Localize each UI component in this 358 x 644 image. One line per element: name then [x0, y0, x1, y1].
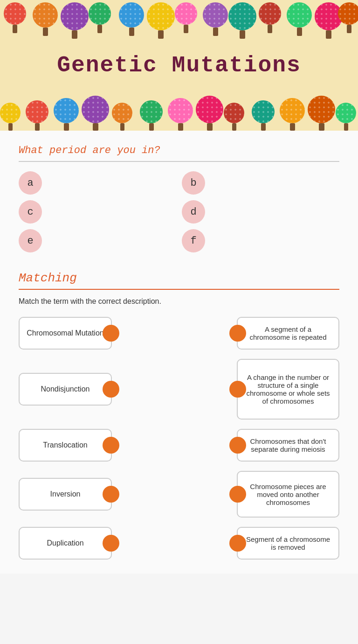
period-label: What period are you in?	[19, 145, 339, 156]
matching-row-4: Inversion Chromosome pieces are moved on…	[19, 471, 339, 518]
title-box: Genetic Mutations	[38, 46, 320, 85]
desc-dot-4[interactable]	[229, 486, 246, 503]
desc-segment-repeated[interactable]: A segment of a chromosome is repeated	[237, 317, 339, 350]
desc-dot-2[interactable]	[229, 381, 246, 398]
header-banner: Genetic Mutations	[0, 0, 358, 131]
term-inversion[interactable]: Inversion	[19, 478, 112, 511]
term-translocation[interactable]: Translocation	[19, 429, 112, 462]
term-dot-5[interactable]	[103, 535, 119, 552]
term-duplication[interactable]: Duplication	[19, 527, 112, 560]
desc-segment-removed[interactable]: Segment of a chromosome is removed	[237, 527, 339, 560]
matching-row-2: Nondisjunction A change in the number or…	[19, 359, 339, 420]
desc-dot-3[interactable]	[229, 437, 246, 454]
term-dot-3[interactable]	[103, 437, 119, 454]
period-divider	[19, 161, 339, 162]
desc-dot-1[interactable]	[229, 325, 246, 342]
matching-divider	[19, 289, 339, 290]
desc-change-number-structure[interactable]: A change in the number or structure of a…	[237, 359, 339, 420]
period-option-d[interactable]: d	[182, 200, 205, 224]
period-option-f[interactable]: f	[182, 229, 205, 252]
page-title: Genetic Mutations	[57, 53, 301, 78]
matching-row-3: Translocation Chromosomes that don't sep…	[19, 429, 339, 462]
term-nondisjunction[interactable]: Nondisjunction	[19, 373, 112, 406]
term-dot-1[interactable]	[103, 325, 119, 342]
desc-chromosomes-no-separate[interactable]: Chromosomes that don't separate during m…	[237, 429, 339, 462]
matching-container: Chromosomal Mutation A segment of a chro…	[19, 317, 339, 560]
main-content: What period are you in? a b c d e f Matc…	[0, 131, 358, 574]
period-options: a b c d e f	[19, 171, 339, 252]
term-dot-4[interactable]	[103, 486, 119, 503]
desc-pieces-moved[interactable]: Chromosome pieces are moved onto another…	[237, 471, 339, 518]
matching-instruction: Match the term with the correct descript…	[19, 297, 339, 306]
matching-row-5: Duplication Segment of a chromosome is r…	[19, 527, 339, 560]
period-option-e[interactable]: e	[19, 229, 42, 252]
period-section: What period are you in? a b c d e f	[19, 145, 339, 252]
matching-section: Matching Match the term with the correct…	[19, 271, 339, 560]
period-option-c[interactable]: c	[19, 200, 42, 224]
term-chromosomal-mutation[interactable]: Chromosomal Mutation	[19, 317, 112, 350]
term-dot-2[interactable]	[103, 381, 119, 398]
desc-dot-5[interactable]	[229, 535, 246, 552]
matching-label: Matching	[19, 271, 339, 285]
period-option-b[interactable]: b	[182, 171, 205, 195]
matching-row-1: Chromosomal Mutation A segment of a chro…	[19, 317, 339, 350]
period-option-a[interactable]: a	[19, 171, 42, 195]
